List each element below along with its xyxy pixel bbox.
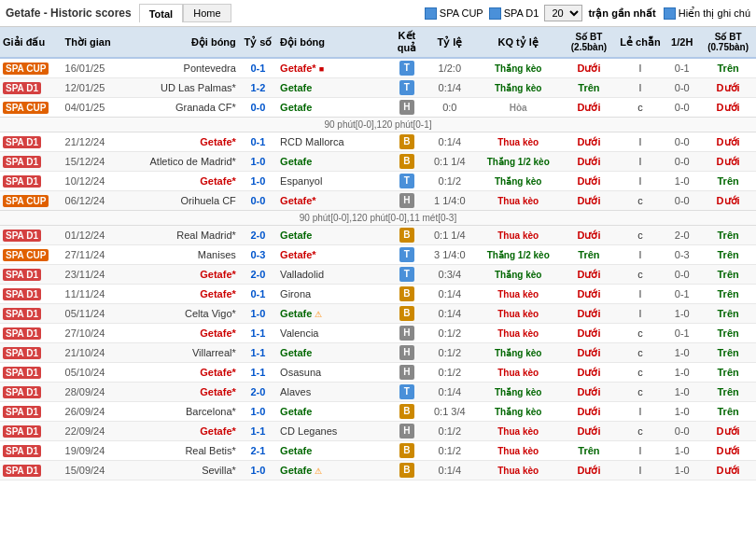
competition-badge: SPA D1 <box>3 136 41 148</box>
count-select[interactable]: 20 10 15 25 30 <box>544 5 582 21</box>
sobt2-cell: Trên <box>700 226 756 245</box>
result-badge: H <box>399 424 414 439</box>
result-badge: T <box>399 174 414 188</box>
sobt1-cell: Trên <box>561 245 617 265</box>
team1-cell: Getafe* <box>126 422 238 441</box>
score-cell: 1-1 <box>239 343 277 363</box>
under-over-badge: Trên <box>718 406 739 417</box>
tab-home[interactable]: Home <box>183 4 231 22</box>
score-cell: 1-1 <box>239 324 277 343</box>
tyle-cell: 0:1/4 <box>424 304 475 324</box>
competition-badge: SPA CUP <box>3 195 49 207</box>
comp-cell: SPA D1 <box>0 152 63 172</box>
kq-cell: T <box>390 172 425 191</box>
comp-cell: SPA D1 <box>0 343 63 363</box>
tyle-cell: 0:1/2 <box>424 172 475 191</box>
sobt1-cell: Dưới <box>561 402 617 422</box>
lec-cell: c <box>617 363 664 383</box>
team2-cell: Getafe <box>277 152 389 172</box>
kqtyle-cell: Thua kèo <box>475 132 561 152</box>
competition-badge: SPA D1 <box>3 425 41 438</box>
sobt1-cell: Dưới <box>561 363 617 383</box>
team2-cell: Valencia <box>277 324 389 343</box>
col-header-comp: Giải đấu <box>0 27 63 58</box>
score-cell: 1-0 <box>239 304 277 324</box>
comp-cell: SPA D1 <box>0 441 63 461</box>
team2-cell: Getafe* <box>277 191 389 211</box>
kqtyle-cell: Thắng kèo <box>475 78 561 98</box>
match-row: SPA D1 15/12/24 Atletico de Madrid* 1-0 … <box>0 152 756 172</box>
sobt2-cell: Trên <box>700 285 756 304</box>
lec-cell: c <box>617 422 664 441</box>
kq-tyle-text: Thắng kèo <box>495 83 541 93</box>
under-over-badge: Trên <box>718 386 739 397</box>
date-cell: 27/10/24 <box>63 324 127 343</box>
under-over-badge: Dưới <box>717 102 740 113</box>
kq-cell: H <box>390 363 425 383</box>
team-name: Villarreal* <box>192 347 236 358</box>
half-cell: 1-0 <box>664 343 700 363</box>
date-cell: 16/01/25 <box>63 58 127 78</box>
team1-cell: Granada CF* <box>126 98 238 118</box>
date-cell: 10/12/24 <box>63 172 127 191</box>
kq-tyle-text: Thua kèo <box>497 426 539 437</box>
sobt2-cell: Dưới <box>700 422 756 441</box>
kq-tyle-text: Thua kèo <box>497 446 539 456</box>
col-header-date: Thời gian <box>63 27 127 58</box>
date-cell: 12/01/25 <box>63 78 127 98</box>
sobt1-cell: Dưới <box>561 343 617 363</box>
team1-cell: Barcelona* <box>126 402 238 422</box>
team1-cell: Villarreal* <box>126 343 238 363</box>
checkbox-spa-cup[interactable]: SPA CUP <box>425 7 483 20</box>
team-name: Getafe <box>280 230 312 241</box>
team1-cell: Real Madrid* <box>126 226 238 245</box>
team1-cell: Orihuela CF <box>126 191 238 211</box>
sobt2-cell: Trên <box>700 402 756 422</box>
under-over-badge: Dưới <box>577 230 600 241</box>
team-name: Alaves <box>280 386 311 397</box>
score-cell: 2-0 <box>239 265 277 285</box>
sobt2-cell: Dưới <box>700 191 756 211</box>
col-header-lec: Lẻ chẵn <box>617 27 664 58</box>
team-name: Getafe* <box>200 269 236 280</box>
lec-cell: c <box>617 324 664 343</box>
score-cell: 0-1 <box>239 132 277 152</box>
kq-cell: T <box>390 383 425 402</box>
sobt2-cell: Dưới <box>700 152 756 172</box>
result-badge: H <box>399 345 414 360</box>
competition-badge: SPA D1 <box>3 269 41 281</box>
under-over-badge: Dưới <box>577 308 600 319</box>
under-over-badge: Trên <box>718 175 739 187</box>
team1-cell: Getafe* <box>126 265 238 285</box>
team-name: Getafe <box>280 406 312 417</box>
competition-badge: SPA D1 <box>3 327 41 340</box>
checkbox-spa-d1[interactable]: SPA D1 <box>489 7 539 20</box>
kq-cell: T <box>390 58 425 78</box>
kq-cell: H <box>390 324 425 343</box>
score-cell: 1-0 <box>239 461 277 480</box>
under-over-badge: Dưới <box>717 445 740 456</box>
lec-cell: l <box>617 78 664 98</box>
kq-tyle-text: Thắng kèo <box>495 270 541 280</box>
kq-tyle-text: Thua kèo <box>497 368 539 378</box>
sobt1-cell: Trên <box>561 441 617 461</box>
comp-cell: SPA CUP <box>0 98 63 118</box>
result-badge: T <box>399 61 414 76</box>
team2-cell: RCD Mallorca <box>277 132 389 152</box>
date-cell: 15/09/24 <box>63 461 127 480</box>
under-over-badge: Trên <box>718 347 739 358</box>
match-row: 90 phút[0-0],120 phút[0-1] <box>0 118 756 132</box>
show-note-checkbox[interactable]: Hiển thị ghi chú <box>664 7 750 20</box>
lec-cell: c <box>617 383 664 402</box>
team2-cell: Getafe <box>277 402 389 422</box>
match-row: SPA D1 23/11/24 Getafe* 2-0 Valladolid T… <box>0 265 756 285</box>
competition-badge: SPA D1 <box>3 230 41 242</box>
team-name: Getafe <box>280 102 312 113</box>
sobt1-cell: Dưới <box>561 383 617 402</box>
header: Getafe - Historic scores Total Home SPA … <box>0 0 756 27</box>
checkbox-spa-d1-label: SPA D1 <box>504 7 539 19</box>
tab-total[interactable]: Total <box>139 4 183 22</box>
kq-cell: B <box>390 304 425 324</box>
team-name: Getafe* <box>200 175 236 187</box>
kqtyle-cell: Thua kèo <box>475 363 561 383</box>
